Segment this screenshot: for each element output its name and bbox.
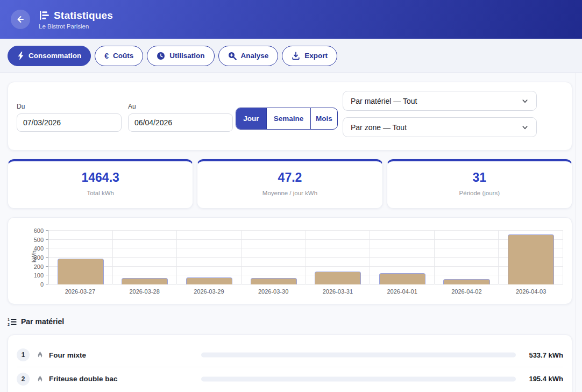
bar-2026-04-01: [379, 273, 425, 285]
stat-value: 47.2: [197, 170, 382, 185]
material-filter-select[interactable]: Par matériel — Tout: [343, 91, 537, 111]
stats-row: 1464.3 Total kWh 47.2 Moyenne / jour kWh…: [8, 159, 572, 209]
date-to-input[interactable]: [128, 113, 233, 132]
materials-list-card: 1 Four mixte 533.7 kWh 2 Friteuse double…: [8, 334, 572, 392]
zone-filter-value: Par zone — Tout: [351, 123, 407, 132]
gridline: [48, 266, 563, 267]
stat-value: 1464.3: [8, 170, 193, 185]
stat-value: 31: [387, 170, 572, 185]
bar-2026-03-31: [315, 272, 361, 284]
date-to-label: Au: [128, 103, 136, 110]
gridline: [176, 231, 177, 284]
material-value: 533.7 kWh: [529, 351, 563, 359]
stat-card-period: 31 Période (jours): [387, 159, 572, 209]
magnifier-plus-icon: [228, 52, 237, 60]
rank-badge: 2: [17, 373, 30, 386]
x-tick-label: 2026-03-31: [306, 288, 370, 295]
page-subtitle: Le Bistrot Parisien: [39, 23, 113, 30]
chevron-down-icon: [521, 97, 529, 105]
bar-2026-03-29: [186, 277, 232, 284]
svg-text:1: 1: [8, 318, 10, 322]
date-from-input[interactable]: [17, 113, 122, 132]
tab-couts[interactable]: € Coûts: [95, 46, 143, 66]
zone-filter-select[interactable]: Par zone — Tout: [343, 117, 537, 137]
tab-analyse[interactable]: Analyse: [218, 46, 279, 66]
bar-2026-04-02: [443, 279, 489, 285]
consumption-chart-card: kWh 0100200300400500600 2026-03-272026-0…: [8, 217, 572, 304]
download-icon: [292, 52, 300, 60]
tab-label: Analyse: [241, 52, 269, 60]
lightning-icon: [17, 52, 24, 60]
stat-label: Total kWh: [8, 190, 193, 196]
gridline: [434, 231, 435, 284]
date-from-label: Du: [17, 103, 25, 110]
section-header-par-materiel: 12 Par matériel: [8, 317, 64, 326]
euro-icon: €: [104, 52, 109, 60]
gridline: [370, 231, 370, 284]
tab-label: Consommation: [29, 52, 81, 60]
granularity-toggle: Jour Semaine Mois: [236, 108, 338, 130]
y-tick-label: 400: [8, 246, 44, 251]
x-tick-label: 2026-04-03: [499, 288, 563, 295]
progress-track: [201, 376, 516, 381]
tab-export[interactable]: Export: [282, 46, 337, 66]
stat-card-total: 1464.3 Total kWh: [8, 159, 193, 209]
stat-label: Période (jours): [387, 190, 572, 196]
tab-utilisation[interactable]: Utilisation: [147, 46, 214, 66]
y-tick-label: 0: [8, 282, 44, 287]
tab-label: Coûts: [113, 52, 133, 60]
bar-2026-04-03: [508, 234, 554, 284]
gridline: [48, 239, 563, 240]
x-tick-label: 2026-03-28: [112, 288, 177, 295]
numbered-list-icon: 12: [8, 318, 17, 326]
svg-text:2: 2: [8, 322, 10, 325]
list-item[interactable]: 2 Friteuse double bac 195.4 kWh: [17, 367, 563, 390]
stat-label: Moyenne / jour kWh: [197, 190, 382, 196]
y-tick-label: 300: [8, 255, 44, 260]
section-title: Par matériel: [21, 317, 64, 326]
gridline: [112, 231, 113, 284]
granularity-semaine[interactable]: Semaine: [266, 108, 310, 129]
gridline: [563, 231, 563, 284]
tab-consommation[interactable]: Consommation: [8, 46, 91, 66]
gridline: [48, 248, 563, 248]
tab-label: Utilisation: [169, 52, 204, 60]
x-tick-label: 2026-04-01: [370, 288, 435, 295]
back-button[interactable]: [11, 10, 30, 29]
y-tick-label: 200: [8, 264, 44, 269]
tab-label: Export: [304, 52, 328, 60]
gridline: [306, 231, 306, 284]
y-tick-label: 100: [8, 273, 44, 278]
gridline: [48, 230, 563, 231]
stat-card-average: 47.2 Moyenne / jour kWh: [197, 159, 382, 209]
clock-icon: [157, 52, 165, 60]
filters-card: Du Au Jour Semaine Mois Par matériel — T…: [8, 82, 572, 151]
stats-chart-icon: [39, 10, 50, 21]
gridline: [498, 231, 499, 284]
flame-icon: [36, 351, 44, 359]
granularity-mois[interactable]: Mois: [310, 108, 337, 129]
y-tick-label: 500: [8, 237, 44, 243]
tab-bar: Consommation € Coûts Utilisation Analyse…: [0, 39, 582, 73]
scrollbar-track[interactable]: [576, 73, 576, 392]
granularity-jour[interactable]: Jour: [236, 108, 266, 129]
chart-y-ticks: 0100200300400500600: [8, 231, 44, 284]
material-name: Four mixte: [49, 351, 86, 359]
x-tick-label: 2026-03-29: [177, 288, 242, 295]
chart-plot: [48, 231, 563, 284]
material-name: Friteuse double bac: [49, 375, 118, 383]
x-tick-label: 2026-04-02: [435, 288, 499, 295]
x-tick-label: 2026-03-27: [48, 288, 112, 295]
list-item[interactable]: 1 Four mixte 533.7 kWh: [17, 343, 563, 367]
chart-x-labels: 2026-03-272026-03-282026-03-292026-03-30…: [48, 288, 563, 297]
x-tick-label: 2026-03-30: [241, 288, 306, 295]
arrow-left-icon: [16, 15, 25, 24]
gridline: [48, 275, 563, 275]
gridline: [48, 257, 563, 258]
gridline: [241, 231, 242, 284]
flame-icon: [36, 375, 44, 383]
material-filter-value: Par matériel — Tout: [351, 97, 417, 105]
bar-2026-03-28: [122, 278, 168, 284]
page-title: Statistiques: [54, 10, 113, 22]
bar-2026-03-27: [58, 259, 104, 284]
